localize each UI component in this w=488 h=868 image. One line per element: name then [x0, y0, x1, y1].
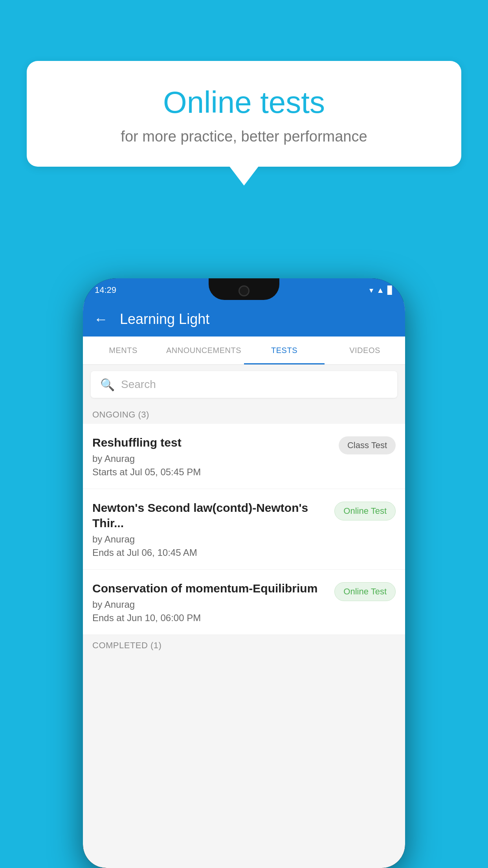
test-badge-1: Class Test: [339, 436, 396, 454]
test-by-1: by Anurag: [92, 453, 331, 464]
tests-list: Reshuffling test by Anurag Starts at Jul…: [83, 424, 405, 635]
test-badge-3: Online Test: [334, 582, 396, 601]
test-by-2: by Anurag: [92, 534, 327, 545]
test-info-2: Newton's Second law(contd)-Newton's Thir…: [92, 500, 327, 558]
app-bar: ← Learning Light: [83, 302, 405, 337]
front-camera: [238, 285, 250, 296]
test-item-2[interactable]: Newton's Second law(contd)-Newton's Thir…: [83, 489, 405, 570]
tab-announcements[interactable]: ANNOUNCEMENTS: [163, 337, 244, 364]
status-time: 14:29: [95, 285, 116, 295]
test-info-3: Conservation of momentum-Equilibrium by …: [92, 581, 327, 623]
search-box[interactable]: 🔍 Search: [91, 371, 397, 398]
test-badge-2: Online Test: [334, 502, 396, 520]
battery-icon: ▊: [387, 285, 393, 295]
test-title-2: Newton's Second law(contd)-Newton's Thir…: [92, 500, 327, 531]
status-icons: ▾ ▲ ▊: [369, 285, 393, 295]
bubble-title: Online tests: [58, 85, 430, 120]
back-button[interactable]: ←: [94, 311, 108, 327]
phone-screen: ← Learning Light MENTS ANNOUNCEMENTS TES…: [83, 302, 405, 868]
test-info-1: Reshuffling test by Anurag Starts at Jul…: [92, 435, 331, 478]
completed-label: COMPLETED (1): [92, 640, 161, 650]
app-bar-title: Learning Light: [120, 311, 209, 327]
speech-bubble: Online tests for more practice, better p…: [27, 61, 461, 167]
test-time-2: Ends at Jul 06, 10:45 AM: [92, 547, 327, 558]
tab-ments[interactable]: MENTS: [83, 337, 163, 364]
search-icon: 🔍: [100, 378, 115, 392]
search-container: 🔍 Search: [83, 365, 405, 404]
test-title-3: Conservation of momentum-Equilibrium: [92, 581, 327, 596]
test-item-3[interactable]: Conservation of momentum-Equilibrium by …: [83, 570, 405, 635]
wifi-icon: ▾: [369, 285, 373, 295]
completed-section-header: COMPLETED (1): [83, 635, 405, 655]
test-time-1: Starts at Jul 05, 05:45 PM: [92, 467, 331, 478]
status-bar: 14:29 ▾ ▲ ▊: [83, 278, 405, 302]
test-time-3: Ends at Jun 10, 06:00 PM: [92, 612, 327, 623]
ongoing-section-header: ONGOING (3): [83, 404, 405, 424]
test-by-3: by Anurag: [92, 599, 327, 610]
bubble-subtitle: for more practice, better performance: [58, 128, 430, 145]
tab-videos[interactable]: VIDEOS: [325, 337, 405, 364]
phone-frame: 14:29 ▾ ▲ ▊ ← Learning Light MENTS ANNOU…: [83, 278, 405, 868]
test-title-1: Reshuffling test: [92, 435, 331, 450]
signal-icon: ▲: [376, 286, 384, 295]
ongoing-label: ONGOING (3): [92, 410, 149, 419]
tabs-bar: MENTS ANNOUNCEMENTS TESTS VIDEOS: [83, 337, 405, 365]
tab-tests[interactable]: TESTS: [244, 337, 325, 364]
search-placeholder: Search: [121, 378, 156, 391]
test-item-1[interactable]: Reshuffling test by Anurag Starts at Jul…: [83, 424, 405, 489]
